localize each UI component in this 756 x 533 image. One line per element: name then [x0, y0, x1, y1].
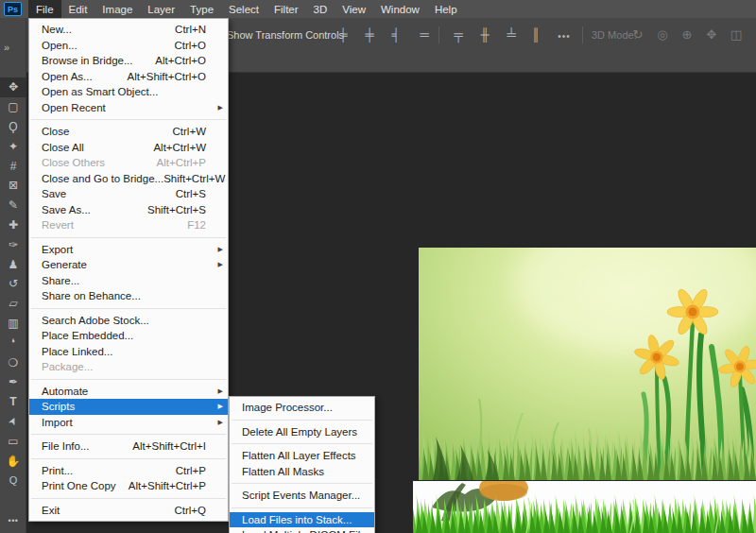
tool-dodge[interactable]: ❍	[0, 352, 26, 372]
tool-history-brush[interactable]: ↺	[0, 274, 26, 294]
menu-item-flatten-all-masks[interactable]: Flatten All Masks	[230, 464, 374, 480]
more-options-icon[interactable]: •••	[554, 28, 575, 45]
menu-item-share[interactable]: Share...	[29, 273, 228, 289]
tool-blur[interactable]: ❛	[0, 333, 26, 352]
tool-crop[interactable]: #	[0, 156, 26, 176]
menu-item-browse-in-bridge[interactable]: Browse in Bridge...Alt+Ctrl+O	[29, 53, 228, 69]
align-right-icon[interactable]: ╡	[386, 26, 406, 43]
menu-view[interactable]: View	[335, 0, 373, 18]
menu-help[interactable]: Help	[427, 0, 465, 18]
tool-frame[interactable]: ⊠	[0, 176, 26, 196]
menu-separator	[31, 434, 226, 435]
menu-separator	[232, 483, 372, 484]
tool-brush[interactable]: ✑	[0, 234, 26, 254]
menu-item-load-files-into-stack[interactable]: Load Files into Stack...	[230, 512, 374, 528]
menu-separator	[31, 458, 226, 459]
menu-item-save-as[interactable]: Save As...Shift+Ctrl+S	[29, 202, 228, 218]
file-menu-dropdown: New...Ctrl+N Open...Ctrl+O Browse in Bri…	[28, 18, 229, 522]
3d-camera-icon: ◫	[726, 26, 747, 43]
options-separator	[438, 26, 439, 43]
submenu-arrow-icon: ▶	[215, 403, 223, 410]
menu-item-close-all[interactable]: Close AllAlt+Ctrl+W	[29, 140, 228, 156]
tool-move[interactable]: ✥	[0, 77, 26, 97]
menu-item-import[interactable]: Import▶	[29, 415, 228, 431]
menu-item-close-others: Close OthersAlt+Ctrl+P	[29, 155, 228, 171]
show-transform-controls-label[interactable]: Show Transform Controls	[227, 29, 344, 41]
menu-item-print[interactable]: Print...Ctrl+P	[29, 463, 228, 479]
menu-separator	[31, 308, 226, 309]
align-center-icon[interactable]: ╪	[359, 26, 380, 43]
edit-toolbar-icon[interactable]: •••	[0, 516, 26, 525]
menu-item-close[interactable]: CloseCtrl+W	[29, 124, 228, 140]
menu-item-flatten-all-layer-effects[interactable]: Flatten All Layer Effects	[230, 448, 374, 464]
menu-item-delete-all-empty-layers[interactable]: Delete All Empty Layers	[230, 424, 374, 440]
tool-lasso[interactable]: Ϙ	[0, 117, 26, 137]
menu-filter[interactable]: Filter	[266, 0, 306, 18]
tool-rectangle[interactable]: ▭	[0, 431, 26, 451]
menu-item-file-info[interactable]: File Info...Alt+Shift+Ctrl+I	[29, 438, 228, 455]
menu-item-new[interactable]: New...Ctrl+N	[29, 22, 228, 38]
menu-item-open-as-smart-object[interactable]: Open as Smart Object...	[29, 84, 228, 100]
menu-edit[interactable]: Edit	[61, 0, 95, 18]
menu-separator	[31, 379, 226, 380]
align-bottom-icon[interactable]: ╧	[501, 26, 522, 43]
grass-photo[interactable]	[413, 481, 756, 533]
align-left-icon[interactable]: ╞	[333, 26, 353, 43]
tool-path-selection[interactable]: ➤	[0, 412, 26, 432]
distribute-vertical-icon[interactable]: ║	[525, 26, 546, 43]
menu-select[interactable]: Select	[221, 0, 266, 18]
menu-item-open-as[interactable]: Open As...Alt+Shift+Ctrl+O	[29, 69, 228, 85]
menu-item-exit[interactable]: ExitCtrl+Q	[29, 503, 228, 519]
menu-layer[interactable]: Layer	[140, 0, 182, 18]
tool-bar: » ✥ ▢ Ϙ ✦ # ⊠ ✎ ✚ ✑ ♟ ↺ ▱ ▥ ❛ ❍ ✒ T ➤ ▭ …	[0, 18, 26, 533]
tool-gradient[interactable]: ▥	[0, 314, 26, 334]
menu-item-scripts[interactable]: Scripts▶	[29, 399, 228, 415]
menu-item-generate[interactable]: Generate▶	[29, 257, 228, 273]
menu-file[interactable]: File	[28, 0, 61, 18]
menu-item-export[interactable]: Export▶	[29, 242, 228, 258]
menu-item-print-one-copy[interactable]: Print One CopyAlt+Shift+Ctrl+P	[29, 478, 228, 494]
menu-item-revert: RevertF12	[29, 217, 228, 233]
menu-window[interactable]: Window	[373, 0, 427, 18]
3d-pan-icon: ⊕	[677, 26, 697, 43]
menu-3d[interactable]: 3D	[306, 0, 335, 18]
submenu-arrow-icon: ▶	[215, 261, 223, 268]
align-middle-icon[interactable]: ╫	[474, 26, 495, 43]
collapse-toolbar-icon[interactable]: »	[4, 42, 9, 53]
align-top-icon[interactable]: ╤	[448, 26, 469, 43]
menu-item-package: Package...	[29, 359, 228, 375]
menu-item-share-on-behance[interactable]: Share on Behance...	[29, 288, 228, 304]
3d-orbit-icon: ↻	[627, 26, 648, 43]
menu-item-save[interactable]: SaveCtrl+S	[29, 186, 228, 202]
tool-quick-selection[interactable]: ✦	[0, 136, 26, 156]
menu-item-image-processor[interactable]: Image Processor...	[230, 400, 374, 416]
menu-separator	[31, 119, 226, 120]
distribute-horizontal-icon[interactable]: ═	[414, 26, 435, 43]
tool-zoom[interactable]: Q	[0, 471, 26, 490]
tool-hand[interactable]: ✋	[0, 451, 26, 471]
menu-item-open[interactable]: Open...Ctrl+O	[29, 38, 228, 54]
menu-item-place-linked[interactable]: Place Linked...	[29, 344, 228, 360]
tool-eyedropper[interactable]: ✎	[0, 196, 26, 215]
tool-eraser[interactable]: ▱	[0, 294, 26, 314]
menu-item-automate[interactable]: Automate▶	[29, 384, 228, 400]
menu-item-load-multiple-dicom-files[interactable]: Load Multiple DICOM Files...	[230, 527, 374, 533]
daffodil-photo[interactable]	[419, 248, 756, 480]
tool-pen[interactable]: ✒	[0, 372, 26, 392]
menu-item-place-embedded[interactable]: Place Embedded...	[29, 328, 228, 344]
menu-item-search-adobe-stock[interactable]: Search Adobe Stock...	[29, 313, 228, 329]
menu-type[interactable]: Type	[182, 0, 221, 18]
3d-roll-icon: ◎	[652, 26, 673, 43]
menu-item-open-recent[interactable]: Open Recent▶	[29, 100, 228, 116]
submenu-arrow-icon: ▶	[215, 246, 223, 253]
submenu-arrow-icon: ▶	[215, 104, 223, 112]
tool-type[interactable]: T	[0, 392, 26, 412]
tool-spot-healing-brush[interactable]: ✚	[0, 215, 26, 235]
menu-separator	[31, 237, 226, 238]
menu-item-close-and-go-to-bridge[interactable]: Close and Go to Bridge...Shift+Ctrl+W	[29, 171, 228, 187]
menu-item-script-events-manager[interactable]: Script Events Manager...	[230, 488, 374, 504]
options-separator	[582, 26, 583, 43]
tool-clone-stamp[interactable]: ♟	[0, 254, 26, 274]
menu-image[interactable]: Image	[94, 0, 140, 18]
tool-rectangular-marquee[interactable]: ▢	[0, 97, 26, 117]
